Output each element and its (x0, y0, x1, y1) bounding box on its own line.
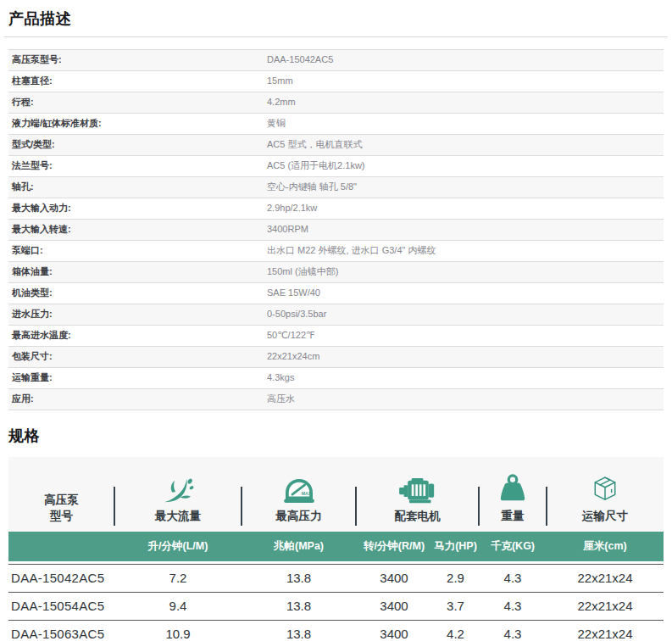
rpm-cell: 3400 (356, 564, 432, 593)
desc-row: 法兰型号:AC5 (适用于电机2.1kw) (8, 156, 664, 177)
desc-row: 泵端口:出水口 M22 外螺纹, 进水口 G3/4" 内螺纹 (8, 241, 664, 262)
rpm-cell: 3400 (356, 621, 432, 641)
model-cell: DAA-15054AC5 (8, 593, 114, 621)
model-header-line1: 高压泵 (8, 492, 114, 508)
desc-label: 柱塞直径: (8, 71, 267, 92)
section-divider (4, 36, 668, 37)
desc-row: 包装尺寸:22x21x24cm (8, 347, 664, 368)
spec-header-weight: 重量 (479, 457, 547, 532)
desc-row: 最大输入转速:3400RPM (8, 220, 664, 241)
spec-table: 高压泵 型号 (8, 457, 664, 641)
spec-header-label: 最高压力 (276, 510, 322, 522)
desc-label: 轴孔: (8, 177, 267, 198)
rpm-cell: 3400 (356, 593, 432, 621)
spec-header-motor: 配套电机 (356, 457, 479, 532)
desc-label: 法兰型号: (8, 156, 267, 177)
description-table: 高压泵型号:DAA-15042AC5 柱塞直径:15mm 行程:4.2mm 液力… (8, 49, 664, 410)
desc-row: 行程:4.2mm (8, 92, 664, 114)
flow-cell: 10.9 (114, 621, 242, 641)
desc-row: 最高进水温度:50℃/122℉ (8, 326, 664, 347)
spec-header-shipping: 运输尺寸 (547, 457, 664, 532)
size-cell: 22x21x24 (547, 593, 664, 621)
desc-label: 最大输入转速: (8, 220, 267, 241)
hp-cell: 3.7 (432, 593, 479, 621)
model-cell: DAA-15063AC5 (8, 621, 114, 641)
spec-row: DAA-15054AC5 9.4 13.8 3400 3.7 4.3 22x21… (8, 593, 664, 621)
desc-label: 最大输入动力: (8, 198, 267, 220)
desc-label: 机油类型: (8, 283, 267, 304)
spec-header-label: 重量 (502, 510, 525, 522)
desc-row: 进水压力:0-50psi/3.5bar (8, 304, 664, 326)
spec-header-pressure: MAX 最高压力 (242, 457, 356, 532)
flow-cell: 7.2 (114, 564, 242, 593)
model-header-line2: 型号 (8, 508, 114, 524)
column-divider (241, 487, 242, 526)
kg-cell: 4.3 (479, 564, 547, 593)
desc-row: 最大输入动力:2.9hp/2.1kw (8, 198, 664, 220)
unit-label: 兆帕(MPa) (242, 532, 356, 564)
spec-header-label: 最大流量 (155, 510, 201, 522)
desc-value: 3400RPM (267, 220, 664, 241)
flow-cell: 9.4 (114, 593, 242, 621)
model-cell: DAA-15042AC5 (8, 564, 114, 593)
desc-row: 运输重量:4.3kgs (8, 368, 664, 389)
hp-cell: 2.9 (432, 564, 479, 593)
unit-label: 千克(KG) (479, 532, 547, 564)
desc-label: 泵端口: (8, 241, 267, 262)
desc-row: 液力端/缸体标准材质:黄铜 (8, 114, 664, 135)
desc-label: 液力端/缸体标准材质: (8, 114, 267, 135)
desc-value: AC5 型式，电机直联式 (267, 135, 664, 156)
spec-unit-row: 升/分钟(L/M) 兆帕(MPa) 转/分钟(R/M) 马力(HP) 千克(KG… (8, 532, 664, 564)
desc-value: DAA-15042AC5 (267, 50, 664, 71)
flow-splash-icon (114, 472, 242, 504)
motor-icon (356, 472, 479, 504)
column-divider (114, 487, 115, 526)
description-section-title: 产品描述 (8, 8, 664, 29)
hp-cell: 4.2 (432, 621, 479, 641)
desc-value: 0-50psi/3.5bar (267, 304, 664, 326)
page: 产品描述 高压泵型号:DAA-15042AC5 柱塞直径:15mm 行程:4.2… (0, 8, 672, 641)
spec-section-title: 规格 (8, 426, 664, 446)
size-cell: 22x21x24 (547, 564, 664, 593)
column-divider (478, 487, 480, 526)
desc-row: 柱塞直径:15mm (8, 71, 664, 92)
desc-value: 4.3kgs (267, 368, 664, 389)
desc-value: AC5 (适用于电机2.1kw) (267, 156, 664, 177)
desc-value: 4.2mm (267, 92, 664, 114)
desc-value: 出水口 M22 外螺纹, 进水口 G3/4" 内螺纹 (267, 241, 664, 262)
desc-value: SAE 15W/40 (267, 283, 664, 304)
spec-row: DAA-15042AC5 7.2 13.8 3400 2.9 4.3 22x21… (8, 564, 664, 593)
desc-row: 轴孔:空心-内键轴 轴孔 5/8" (8, 177, 664, 198)
column-divider (355, 487, 357, 526)
unit-label: 厘米(cm) (547, 532, 664, 564)
desc-value: 15mm (267, 71, 664, 92)
pressure-cell: 13.8 (242, 564, 356, 593)
pressure-cell: 13.8 (242, 593, 356, 621)
desc-label: 箱体油量: (8, 262, 267, 283)
desc-label: 包装尺寸: (8, 347, 267, 368)
kg-cell: 4.3 (479, 593, 547, 621)
spec-header-model: 高压泵 型号 (8, 457, 114, 532)
spec-header-label: 配套电机 (395, 510, 441, 522)
pressure-gauge-icon: MAX (242, 472, 356, 504)
spec-header-row: 高压泵 型号 (8, 457, 664, 532)
weight-icon (479, 472, 547, 504)
desc-value: 50℃/122℉ (267, 326, 664, 347)
desc-value: 150ml (油镜中部) (267, 262, 664, 283)
desc-label: 最高进水温度: (8, 326, 267, 347)
unit-empty-cell (8, 532, 114, 564)
pressure-cell: 13.8 (242, 621, 356, 641)
desc-label: 进水压力: (8, 304, 267, 326)
desc-label: 高压泵型号: (8, 50, 267, 71)
desc-label: 行程: (8, 92, 267, 114)
desc-row: 应用:高压水 (8, 389, 664, 410)
shipping-box-icon (547, 472, 664, 504)
spec-row: DAA-15063AC5 10.9 13.8 3400 4.2 4.3 22x2… (8, 621, 664, 641)
desc-value: 空心-内键轴 轴孔 5/8" (267, 177, 664, 198)
desc-label: 型式/类型: (8, 135, 267, 156)
spec-header-flow: 最大流量 (114, 457, 242, 532)
spec-header-label: 运输尺寸 (582, 510, 628, 522)
unit-label: 马力(HP) (432, 532, 479, 564)
size-cell: 22x21x24 (547, 621, 664, 641)
desc-value: 高压水 (267, 389, 664, 410)
